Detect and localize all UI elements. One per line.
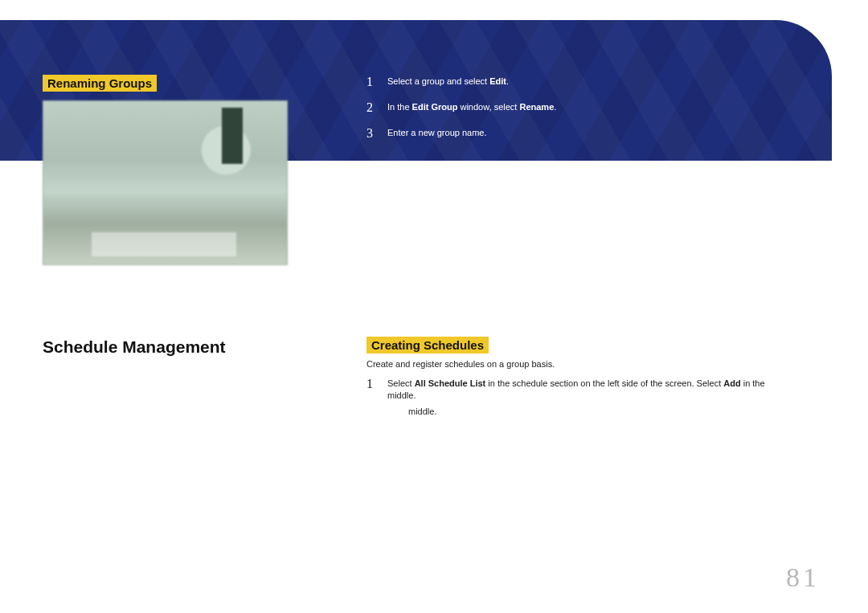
text: . (506, 76, 509, 86)
text: In the (387, 102, 412, 112)
step-text: In the Edit Group window, select Rename. (387, 101, 784, 113)
step-number: 2 (366, 101, 378, 114)
step-text: Enter a new group name. (387, 127, 784, 139)
step-number: 3 (366, 127, 378, 140)
step-text: Select a group and select Edit. (387, 76, 784, 88)
keyword-add: Add (723, 378, 740, 388)
rename-step-2: 2 In the Edit Group window, select Renam… (366, 101, 784, 114)
create-intro-text: Create and register schedules on a group… (366, 358, 768, 370)
text: window, select (457, 102, 519, 112)
text: . (554, 102, 556, 112)
text: Select a group and select (387, 76, 489, 86)
rename-step-1: 1 Select a group and select Edit. (366, 76, 784, 88)
keyword-edit: Edit (489, 76, 506, 86)
create-step-1: 1 Select All Schedule List in the schedu… (366, 378, 768, 418)
thumb-dark-shape (222, 108, 243, 164)
thumbnail-image (43, 100, 288, 265)
thumb-light-shape (92, 232, 236, 256)
page-number: 81 (786, 562, 820, 593)
step-text-line2: middle. (408, 406, 768, 418)
text: Select (387, 378, 415, 388)
step-text: Select All Schedule List in the schedule… (387, 378, 768, 418)
step-number: 1 (366, 378, 378, 390)
keyword-edit-group: Edit Group (412, 102, 458, 112)
section-title-renaming: Renaming Groups (43, 75, 157, 92)
create-steps: 1 Select All Schedule List in the schedu… (366, 378, 768, 424)
page: Renaming Groups 1 Select a group and sel… (0, 0, 868, 613)
text: in the schedule section on the left side… (485, 378, 723, 388)
step-number: 1 (366, 76, 378, 88)
keyword-all-schedule-list: All Schedule List (415, 378, 486, 388)
keyword-rename: Rename (519, 102, 554, 112)
rename-step-3: 3 Enter a new group name. (366, 127, 784, 140)
rename-steps: 1 Select a group and select Edit. 2 In t… (366, 76, 784, 153)
section-title-creating: Creating Schedules (366, 337, 489, 353)
heading-schedule-management: Schedule Management (43, 337, 226, 357)
